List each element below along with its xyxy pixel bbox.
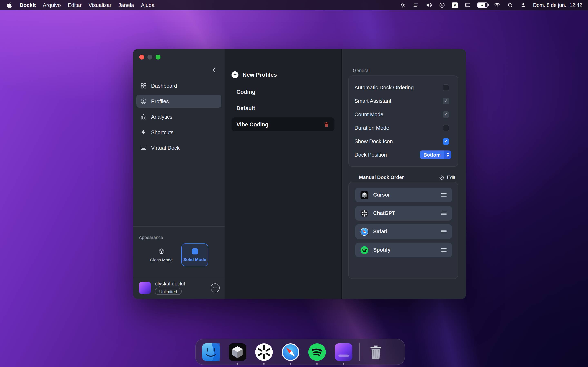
sidebar-item-label: Shortcuts [151, 129, 173, 135]
clock-date: Dom. 8 de jun. [533, 2, 566, 8]
new-profiles-button[interactable]: New Profiles [232, 68, 335, 81]
setting-label: Smart Assistant [355, 98, 391, 104]
dock-order-app-name: Safari [373, 229, 388, 234]
drag-handle-icon[interactable] [441, 211, 447, 216]
minimize-button[interactable] [147, 55, 152, 59]
drag-handle-icon[interactable] [441, 248, 447, 252]
sidebar-item-label: Analytics [151, 114, 172, 120]
dock [195, 339, 405, 365]
solid-mode-button[interactable]: Solid Mode [181, 243, 208, 266]
profile-item-vibe-coding[interactable]: Vibe Coding [232, 117, 334, 131]
glass-mode-button[interactable]: Glass Mode [148, 243, 175, 266]
glass-mode-label: Glass Mode [150, 257, 173, 262]
dock-separator [359, 342, 360, 361]
setting-automatic-dock-ordering: Automatic Dock Ordering [355, 81, 452, 94]
account-avatar [139, 282, 151, 294]
menu-visualizar[interactable]: Visualizar [89, 2, 112, 8]
setting-show-dock-icon: Show Dock Icon [355, 134, 452, 148]
search-icon[interactable] [507, 2, 514, 8]
dock-order-row-safari[interactable]: Safari [355, 224, 452, 239]
profile-name: Coding [236, 89, 255, 95]
checkbox-count-mode[interactable] [443, 111, 449, 118]
setting-label: Duration Mode [355, 125, 389, 131]
dock-order-app-name: Cursor [373, 192, 390, 198]
setting-label: Automatic Dock Ordering [355, 84, 414, 91]
manual-dock-order-card: Cursor ChatGPT [348, 182, 458, 279]
setting-duration-mode: Duration Mode [355, 121, 452, 134]
list-lines-icon[interactable] [413, 2, 420, 8]
dock-item-cursor[interactable] [227, 341, 248, 363]
plan-badge: Unlimited [155, 288, 182, 295]
user-icon[interactable] [520, 2, 527, 8]
account-name: olyskal.dockit [155, 281, 185, 287]
dock-order-row-chatgpt[interactable]: ChatGPT [355, 206, 452, 221]
display-icon[interactable] [465, 2, 471, 8]
dock-item-spotify[interactable] [306, 341, 328, 363]
safari-icon [281, 342, 300, 361]
zoom-button[interactable] [156, 55, 160, 59]
setting-dock-position: Dock Position Bottom [355, 148, 452, 161]
sidebar-item-virtual-dock[interactable]: Virtual Dock [136, 141, 221, 154]
safari-app-icon [360, 227, 369, 236]
delete-profile-icon[interactable] [323, 121, 329, 127]
dock-position-select[interactable]: Bottom [420, 150, 451, 159]
dock-order-app-name: ChatGPT [373, 210, 395, 216]
menu-ajuda[interactable]: Ajuda [141, 2, 155, 8]
profile-item-default[interactable]: Default [232, 101, 334, 115]
sidebar-item-profiles[interactable]: Profiles [136, 95, 221, 108]
collapse-sidebar-icon[interactable] [211, 67, 217, 73]
chatgpt-status-icon[interactable] [399, 2, 406, 8]
dockit-icon [334, 342, 353, 361]
drag-handle-icon[interactable] [441, 229, 447, 234]
sidebar-nav: Dashboard Profiles Analytics [136, 79, 221, 157]
drag-handle-icon[interactable] [441, 192, 447, 197]
input-source-icon[interactable]: A [452, 2, 458, 8]
solid-square-icon [192, 248, 198, 254]
cursor-app-icon [360, 191, 369, 199]
profile-name: Vibe Coding [236, 121, 268, 127]
spotify-icon [307, 342, 327, 361]
play-circle-icon[interactable] [439, 2, 446, 8]
sidebar-item-analytics[interactable]: Analytics [136, 110, 221, 123]
battery-icon[interactable] [477, 2, 488, 8]
dock-order-app-name: Spotify [373, 247, 390, 253]
menubar-app-name[interactable]: DockIt [20, 2, 36, 8]
manual-dock-order-title: Manual Dock Order [359, 175, 404, 180]
setting-label: Show Dock Icon [355, 138, 393, 144]
dock-item-dockit[interactable] [333, 341, 354, 363]
menu-janela[interactable]: Janela [118, 2, 134, 8]
setting-label: Count Mode [355, 111, 383, 117]
dock-order-row-spotify[interactable]: Spotify [355, 243, 452, 257]
dock-order-row-cursor[interactable]: Cursor [355, 188, 452, 202]
clock-time: 12:42 [570, 2, 582, 8]
dock-item-trash[interactable] [365, 341, 387, 363]
manual-dock-order-header: Manual Dock Order Edit [359, 175, 455, 180]
dock-item-chatgpt[interactable] [253, 341, 274, 363]
running-indicator [263, 363, 265, 365]
apple-menu-icon[interactable] [6, 2, 13, 8]
checkbox-duration-mode[interactable] [443, 125, 449, 131]
checkbox-show-dock-icon[interactable] [443, 138, 449, 145]
sidebar-item-dashboard[interactable]: Dashboard [136, 79, 221, 92]
divider [133, 226, 225, 227]
profile-item-coding[interactable]: Coding [232, 85, 334, 99]
account-menu-button[interactable] [211, 284, 220, 292]
running-indicator [343, 363, 344, 365]
volume-icon[interactable] [426, 2, 433, 8]
dock-item-finder[interactable] [200, 341, 221, 363]
edit-button[interactable]: Edit [439, 175, 455, 180]
checkbox-smart-assistant[interactable] [443, 98, 449, 104]
menu-arquivo[interactable]: Arquivo [43, 2, 61, 8]
dock-item-safari[interactable] [280, 341, 301, 363]
bolt-icon [140, 129, 147, 136]
menubar-clock[interactable]: Dom. 8 de jun. 12:42 [533, 2, 582, 8]
menu-editar[interactable]: Editar [68, 2, 82, 8]
sidebar-item-label: Dashboard [151, 83, 177, 89]
setting-smart-assistant: Smart Assistant [355, 94, 452, 108]
sidebar-item-shortcuts[interactable]: Shortcuts [136, 125, 221, 139]
running-indicator [316, 363, 318, 365]
wifi-icon[interactable] [494, 2, 501, 8]
menu-bar: DockIt Arquivo Editar Visualizar Janela … [0, 0, 588, 10]
checkbox-automatic-dock-ordering[interactable] [443, 84, 449, 91]
close-button[interactable] [139, 55, 144, 59]
